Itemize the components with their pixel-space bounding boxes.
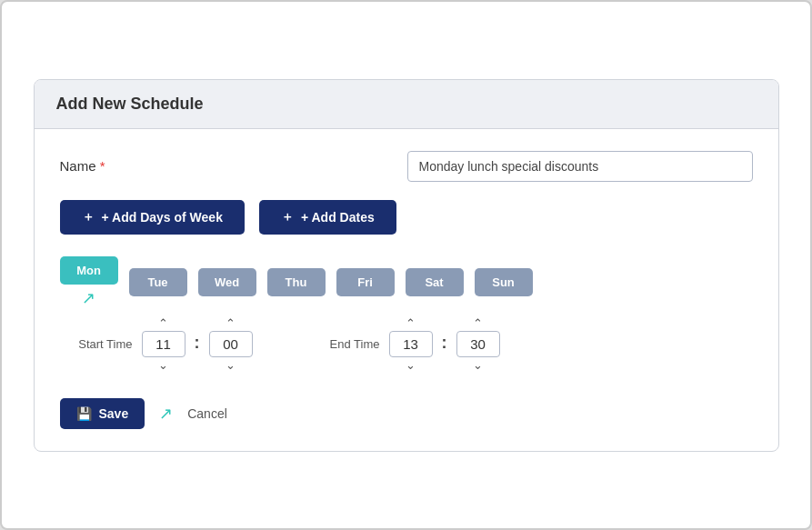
end-time-label: End Time <box>307 337 380 351</box>
name-label: Name * <box>60 158 115 174</box>
end-hour-up[interactable]: ⌃ <box>400 315 421 331</box>
end-minute-control: ⌃ ⌄ <box>456 315 500 373</box>
name-input[interactable] <box>407 151 753 182</box>
start-hour-down[interactable]: ⌄ <box>153 357 174 373</box>
day-button-fri[interactable]: Fri <box>336 268 395 296</box>
start-hour-up[interactable]: ⌃ <box>153 315 174 331</box>
add-new-schedule-card: Add New Schedule Name * ＋ + Add Days of … <box>34 79 779 452</box>
cursor-arrow-save: ↖ <box>159 404 173 424</box>
cursor-arrow-mon: ↖ <box>82 288 95 308</box>
start-minute-down[interactable]: ⌄ <box>220 357 241 373</box>
end-minute-up[interactable]: ⌃ <box>467 315 488 331</box>
time-row-wrapper: Start Time ⌃ ⌄ : ⌃ ⌄ End Time <box>60 315 753 373</box>
start-hour-control: ⌃ ⌄ <box>142 315 185 373</box>
start-time-block: Start Time ⌃ ⌄ : ⌃ ⌄ <box>60 315 253 373</box>
name-input-wrapper <box>129 151 753 182</box>
buttons-row: ＋ + Add Days of Week ＋ + Add Dates <box>60 200 753 235</box>
start-minute-input[interactable] <box>209 331 253 357</box>
start-minute-up[interactable]: ⌃ <box>220 315 241 331</box>
end-hour-control: ⌃ ⌄ <box>389 315 433 373</box>
add-days-of-week-button[interactable]: ＋ + Add Days of Week <box>60 200 245 235</box>
day-button-wed[interactable]: Wed <box>198 268 256 296</box>
start-hour-input[interactable] <box>142 331 185 357</box>
add-dates-icon: ＋ <box>281 209 294 225</box>
card-header: Add New Schedule <box>35 80 778 129</box>
end-time-colon: : <box>442 334 447 353</box>
days-row: Mon ↖ Tue Wed Thu Fri Sat Sun <box>60 256 753 308</box>
card-body: Name * ＋ + Add Days of Week ＋ + Add Date… <box>35 129 778 451</box>
day-button-sat[interactable]: Sat <box>406 268 464 296</box>
start-time-label: Start Time <box>60 337 133 351</box>
day-button-sun[interactable]: Sun <box>475 268 533 296</box>
card-title: Add New Schedule <box>56 95 757 114</box>
start-minute-control: ⌃ ⌄ <box>209 315 253 373</box>
add-days-icon: ＋ <box>82 209 95 225</box>
end-hour-input[interactable] <box>389 331 433 357</box>
save-button[interactable]: 💾 Save <box>60 398 145 429</box>
day-button-tue[interactable]: Tue <box>129 268 187 296</box>
required-star: * <box>100 158 105 174</box>
end-time-block: End Time ⌃ ⌄ : ⌃ ⌄ <box>307 315 500 373</box>
add-dates-button[interactable]: ＋ + Add Dates <box>259 200 396 235</box>
save-icon: 💾 <box>76 406 92 421</box>
day-button-mon[interactable]: Mon <box>60 256 118 285</box>
end-hour-down[interactable]: ⌄ <box>400 357 421 373</box>
footer-row: 💾 Save ↖ Cancel <box>60 398 753 429</box>
day-button-thu[interactable]: Thu <box>267 268 326 296</box>
start-time-colon: : <box>195 334 200 353</box>
mon-btn-wrapper: Mon ↖ <box>60 256 118 308</box>
cancel-button[interactable]: Cancel <box>187 406 227 421</box>
name-row: Name * <box>60 151 753 182</box>
end-minute-input[interactable] <box>456 331 500 357</box>
end-minute-down[interactable]: ⌄ <box>467 357 488 373</box>
